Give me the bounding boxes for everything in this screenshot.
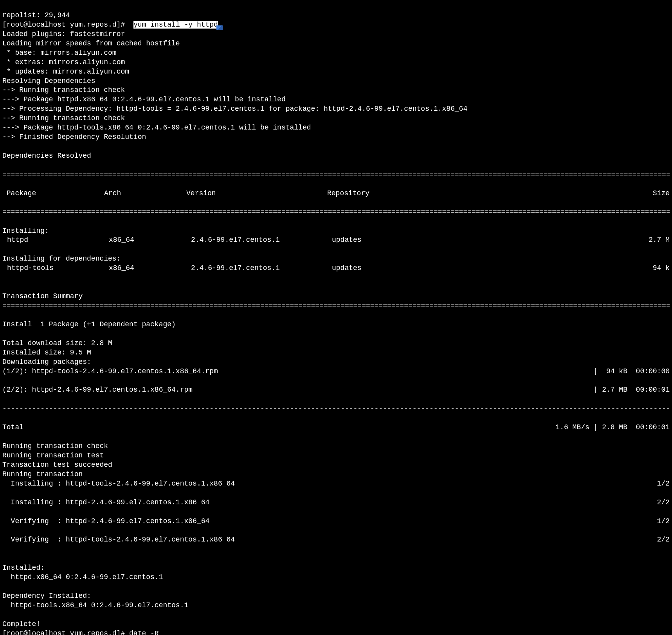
step-text: Installing : httpd-2.4.6-99.el7.centos.1… [2, 498, 646, 507]
cell: updates [332, 236, 410, 245]
step-count: 1/2 [646, 479, 670, 489]
repolist-line: repolist: 29,944 [2, 11, 70, 19]
rule: ========================================… [2, 301, 670, 311]
out-line: ---> Package httpd.x86_64 0:2.4.6-99.el7… [2, 95, 286, 103]
out-line: Running transaction check [2, 442, 108, 450]
col-size: Size [638, 189, 670, 198]
out-line: Complete! [2, 620, 40, 628]
section-label: Installing for dependencies: [2, 255, 121, 263]
out-line: --> Processing Dependency: httpd-tools =… [2, 105, 467, 113]
step-count: 1/2 [646, 517, 670, 526]
out-line: --> Running transaction check [2, 114, 125, 122]
table-row: httpd-toolsx86_642.4.6-99.el7.centos.1up… [2, 264, 670, 273]
out-line: --> Running transaction check [2, 86, 125, 94]
col-version: Version [186, 189, 327, 198]
total-stats: 1.6 MB/s | 2.8 MB 00:00:01 [555, 423, 670, 432]
cell: 2.7 M [638, 236, 670, 245]
cell: httpd-tools [2, 264, 109, 273]
step-row: Verifying : httpd-tools-2.4.6-99.el7.cen… [2, 535, 670, 545]
out-line: Install 1 Package (+1 Dependent package) [2, 320, 176, 328]
section-label: Dependency Installed: [2, 592, 91, 600]
rule-dash: ----------------------------------------… [2, 404, 670, 414]
step-count: 2/2 [646, 535, 670, 545]
out-line: Loaded plugins: fastestmirror [2, 30, 125, 38]
col-arch: Arch [104, 189, 186, 198]
out-line: ---> Package httpd-tools.x86_64 0:2.4.6-… [2, 124, 311, 131]
step-count: 2/2 [646, 498, 670, 507]
out-line: Total download size: 2.8 M [2, 339, 112, 347]
table-row: httpdx86_642.4.6-99.el7.centos.1updates2… [2, 236, 670, 245]
prompt-2: [root@localhost yum.repos.d]# date -R [2, 630, 159, 635]
out-line: Dependencies Resolved [2, 152, 91, 160]
step-row: Installing : httpd-2.4.6-99.el7.centos.1… [2, 498, 670, 507]
section-label: Installing: [2, 227, 49, 235]
dl-file: (2/2): httpd-2.4.6-99.el7.centos.1.x86_6… [2, 385, 594, 395]
out-line: Downloading packages: [2, 358, 91, 366]
terminal[interactable]: repolist: 29,944 [root@localhost yum.rep… [0, 0, 672, 635]
rule: ========================================… [2, 170, 670, 180]
total-row: Total1.6 MB/s | 2.8 MB 00:00:01 [2, 423, 670, 432]
command-highlight: yum install -y httpd [133, 21, 218, 29]
cell: 2.4.6-99.el7.centos.1 [191, 264, 332, 273]
cell: httpd [2, 236, 109, 245]
selection-handle-icon [216, 25, 223, 30]
out-line: Running transaction test [2, 452, 104, 459]
download-row: (2/2): httpd-2.4.6-99.el7.centos.1.x86_6… [2, 385, 670, 395]
total-label: Total [2, 423, 555, 432]
step-text: Verifying : httpd-tools-2.4.6-99.el7.cen… [2, 535, 646, 545]
out-line: Loading mirror speeds from cached hostfi… [2, 40, 180, 47]
section-label: Installed: [2, 564, 45, 572]
out-line: Transaction test succeeded [2, 461, 112, 469]
step-text: Installing : httpd-tools-2.4.6-99.el7.ce… [2, 479, 646, 489]
dl-stats: | 94 kB 00:00:00 [594, 367, 670, 376]
dl-stats: | 2.7 MB 00:00:01 [594, 385, 670, 395]
step-row: Verifying : httpd-2.4.6-99.el7.centos.1.… [2, 517, 670, 526]
out-line: httpd.x86_64 0:2.4.6-99.el7.centos.1 [2, 573, 163, 581]
table-header: PackageArchVersionRepositorySize [2, 189, 670, 198]
step-text: Verifying : httpd-2.4.6-99.el7.centos.1.… [2, 517, 646, 526]
out-line: Running transaction [2, 470, 83, 478]
col-package: Package [2, 189, 104, 198]
out-line: Resolving Dependencies [2, 77, 95, 85]
prompt-1: [root@localhost yum.repos.d]# [2, 21, 125, 29]
cell: updates [332, 264, 410, 273]
cell: 2.4.6-99.el7.centos.1 [191, 236, 332, 245]
out-line: --> Finished Dependency Resolution [2, 133, 146, 141]
out-line: httpd-tools.x86_64 0:2.4.6-99.el7.centos… [2, 601, 188, 609]
out-line: Installed size: 9.5 M [2, 349, 91, 356]
dl-file: (1/2): httpd-tools-2.4.6-99.el7.centos.1… [2, 367, 594, 376]
out-line: * extras: mirrors.aliyun.com [2, 58, 125, 66]
download-row: (1/2): httpd-tools-2.4.6-99.el7.centos.1… [2, 367, 670, 376]
out-line: * updates: mirrors.aliyun.com [2, 68, 129, 76]
section-label: Transaction Summary [2, 292, 83, 300]
rule: ========================================… [2, 208, 670, 217]
out-line: * base: mirrors.aliyun.com [2, 49, 117, 57]
cell: 94 k [638, 264, 670, 273]
col-repo: Repository [327, 189, 405, 198]
cell: x86_64 [109, 236, 191, 245]
step-row: Installing : httpd-tools-2.4.6-99.el7.ce… [2, 479, 670, 489]
cell: x86_64 [109, 264, 191, 273]
